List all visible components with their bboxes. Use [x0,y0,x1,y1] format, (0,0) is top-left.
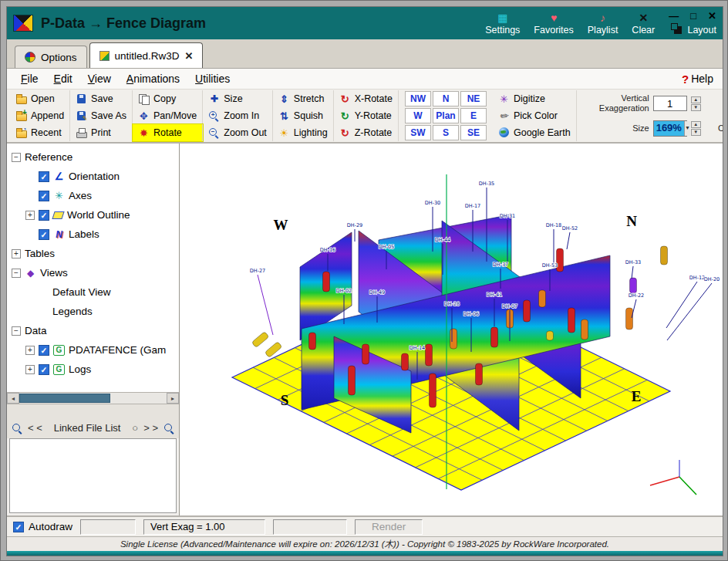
linked-list-radio[interactable]: ○ [132,422,138,434]
zoom-in-button[interactable]: + Zoom In [203,107,273,124]
scroll-right-icon[interactable] [167,393,179,404]
menu-item[interactable]: Utilities [187,70,238,87]
layout-button[interactable]: Layout [674,25,716,35]
maximize-button[interactable]: □ [690,11,696,21]
favorites-button[interactable]: ♥ Favorites [534,12,573,35]
digitize-button[interactable]: ✳ Digitize [493,90,577,107]
size-combo[interactable]: 169% [653,120,687,137]
tree-checkbox[interactable] [39,210,49,221]
scene-tree: − Reference Orientation [7,144,179,392]
compass-button[interactable]: Plan [433,108,459,123]
linked-file-list-box[interactable] [9,438,177,513]
compass-button[interactable]: SW [405,125,431,140]
compass-button[interactable]: NE [460,91,487,106]
compass-button[interactable]: N [433,91,459,106]
size-spinner[interactable] [691,121,703,136]
append-button[interactable]: + Append [10,107,70,124]
autodraw-checkbox[interactable] [13,522,24,532]
linked-list-prev-buttons[interactable]: < < [28,422,42,434]
compass-button[interactable]: W [405,108,431,123]
clear-button[interactable]: ✕ Clear [632,12,655,35]
scrollbar-thumb[interactable] [19,394,110,403]
lighting-button[interactable]: ☀ Lighting [273,124,334,141]
compass-button[interactable]: NW [405,91,431,106]
tree-item[interactable]: − Views [12,263,177,282]
playlist-button[interactable]: ♪ Playlist [588,12,618,35]
tree-item[interactable]: Labels [25,225,177,244]
tree-item[interactable]: Legends [39,302,177,321]
pan-move-button[interactable]: ✥ Pan/Move [133,107,203,124]
tree-item[interactable]: + Tables [12,244,177,263]
borehole-label: DH-16 [320,247,336,253]
tree-item[interactable]: Default View [39,282,177,302]
settings-button[interactable]: ▦ Settings [485,12,520,35]
z-rotate-button[interactable]: ↻ Z-Rotate [334,124,399,141]
tree-item[interactable]: − Reference [12,147,177,167]
tab-untitled-rw3d[interactable]: untitled.Rw3D ✕ [89,42,204,68]
vertical-exaggeration-input[interactable] [653,96,687,111]
compass-button[interactable]: E [460,108,487,123]
open-button[interactable]: Open [10,90,70,107]
x-rotate-button[interactable]: ↻ X-Rotate [334,90,399,107]
zoom-search-left-icon[interactable] [12,423,22,434]
autodraw-checkbox-group[interactable]: Autodraw [13,521,72,532]
tree-expander[interactable]: − [12,326,21,336]
y-rotate-button[interactable]: ↻ Y-Rotate [334,107,399,124]
help-menu[interactable]: ? Help [682,73,716,86]
tree-expander[interactable]: − [12,269,21,278]
tree-item[interactable]: Orientation [25,167,177,186]
combo-dropdown-icon[interactable] [684,121,690,136]
tree-item[interactable]: − Data [12,321,177,340]
size-button[interactable]: ✚ Size [203,90,273,107]
recent-button[interactable]: ◔ Recent [10,124,70,141]
tree-checkbox[interactable] [39,171,49,182]
scroll-left-icon[interactable] [7,393,19,404]
tree-expander[interactable]: + [25,346,35,355]
linked-list-next-buttons[interactable]: > > [143,422,158,434]
tree-item[interactable]: + Logs [25,360,177,379]
menu-item[interactable]: View [80,70,119,87]
tree-expander[interactable]: + [25,365,35,374]
rotate-button[interactable]: ✸ Rotate [133,124,203,141]
close-button[interactable]: ✕ [708,11,716,21]
tree-expander[interactable]: − [12,153,21,162]
zoom-search-right-icon[interactable] [163,423,174,434]
title-bar[interactable]: P-Data → Fence Diagram ▦ Settings ♥ Favo… [7,7,723,39]
minimize-button[interactable]: — [669,11,679,21]
vertical-exaggeration-spinner[interactable] [691,96,703,111]
copy-button[interactable]: Copy [133,90,203,107]
tree-checkbox[interactable] [39,345,49,356]
menu-item[interactable]: Edit [46,70,80,87]
tree-expander[interactable]: + [12,249,21,259]
toolbar-button-grid: Open + Append ◔ Recent Save [10,90,399,141]
render-button[interactable]: Render [355,519,423,535]
tab-options[interactable]: Options [15,46,87,68]
tree-checkbox[interactable] [39,229,49,240]
compass-button[interactable]: S [433,125,459,140]
scrollbar-track[interactable] [19,393,167,404]
menu-item[interactable]: File [13,70,46,87]
save-button[interactable]: Save [70,90,133,107]
tree-checkbox[interactable] [39,191,49,201]
compass-button[interactable]: SE [460,125,487,140]
google-earth-button[interactable]: Google Earth [493,124,577,141]
save-as-button[interactable]: ✎ Save As [70,107,133,124]
background-color-label: Background Color [706,93,723,113]
zoom-out-button[interactable]: − Zoom Out [203,124,273,141]
tree-item[interactable]: + PDATAFENCE (Gam [25,340,177,360]
tab-close-icon[interactable]: ✕ [185,50,194,62]
fence-diagram-canvas[interactable]: DH-35DH-30DH-17DH-31DH-18DH-52DH-29DH-16… [180,144,723,515]
squish-button[interactable]: ⇅ Squish [273,107,334,124]
tree-item[interactable]: Axes [25,186,177,205]
pick-color-button[interactable]: ✐ Pick Color [493,107,577,124]
menu-item[interactable]: Animations [119,70,187,87]
borehole-label: DH-20 [704,276,720,282]
tree-horizontal-scrollbar[interactable] [7,392,179,404]
print-button[interactable]: Print [70,124,133,141]
tree-checkbox[interactable] [39,364,49,375]
stretch-button[interactable]: ⇕ Stretch [273,90,334,107]
vertical-exaggeration-label: Vertical Exaggeration [583,93,649,113]
playlist-icon: ♪ [600,12,605,24]
tree-item[interactable]: + World Outline [25,205,177,225]
tree-expander[interactable]: + [25,211,35,220]
